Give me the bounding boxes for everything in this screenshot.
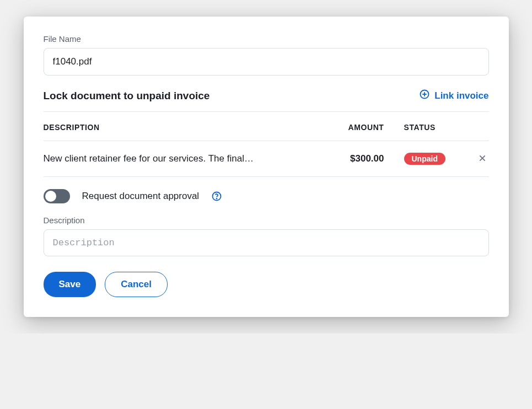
save-button[interactable]: Save xyxy=(44,272,96,297)
header-action xyxy=(461,123,489,132)
header-status: STATUS xyxy=(384,123,461,132)
cancel-button[interactable]: Cancel xyxy=(105,272,168,297)
description-input[interactable] xyxy=(44,229,489,256)
invoice-row: New client retainer fee for our services… xyxy=(44,141,489,177)
approval-toggle-label: Request document approval xyxy=(82,191,200,202)
invoice-amount: $300.00 xyxy=(313,153,384,164)
lock-section-header: Lock document to unpaid invoice Link inv… xyxy=(44,89,489,103)
approval-toggle[interactable] xyxy=(44,189,70,203)
close-icon xyxy=(478,153,487,165)
header-amount: AMOUNT xyxy=(313,123,384,132)
invoice-table-header: DESCRIPTION AMOUNT STATUS xyxy=(44,112,489,141)
header-description: DESCRIPTION xyxy=(44,123,313,132)
approval-toggle-row: Request document approval xyxy=(44,189,489,203)
toggle-knob xyxy=(45,191,56,202)
svg-point-6 xyxy=(217,198,217,199)
link-invoice-label: Link invoice xyxy=(434,90,488,101)
invoice-table: DESCRIPTION AMOUNT STATUS New client ret… xyxy=(44,112,489,177)
invoice-action-cell xyxy=(461,151,489,166)
button-row: Save Cancel xyxy=(44,272,489,297)
plus-circle-icon xyxy=(419,89,430,103)
link-invoice-button[interactable]: Link invoice xyxy=(419,89,488,103)
invoice-status-cell: Unpaid xyxy=(384,153,461,165)
invoice-description: New client retainer fee for our services… xyxy=(44,153,313,164)
description-label: Description xyxy=(44,216,489,225)
status-badge: Unpaid xyxy=(404,153,445,165)
document-settings-card: File Name Lock document to unpaid invoic… xyxy=(24,17,509,317)
lock-section-title: Lock document to unpaid invoice xyxy=(44,90,210,102)
remove-invoice-button[interactable] xyxy=(476,151,489,166)
filename-field-group: File Name xyxy=(44,34,489,76)
help-icon[interactable] xyxy=(211,191,222,202)
description-field-group: Description xyxy=(44,216,489,256)
filename-label: File Name xyxy=(44,34,489,44)
filename-input[interactable] xyxy=(44,48,489,76)
